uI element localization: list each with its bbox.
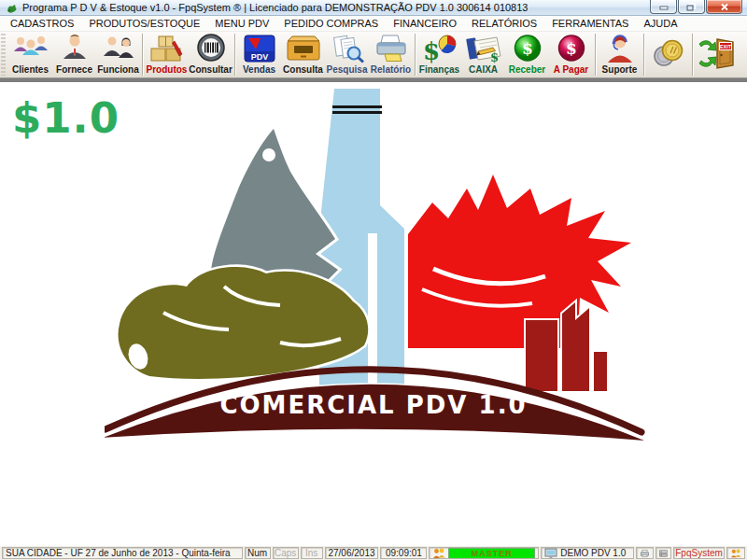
toolbar-button-exit[interactable]: EXIT	[695, 32, 739, 76]
status-location-panel: SUA CIDADE - UF 27 de Junho de 2013 - Qu…	[2, 547, 243, 559]
toolbar-gripper	[1, 34, 6, 76]
toolbar-button-suporte[interactable]: Suporte	[598, 32, 641, 76]
menu-item-financeiro[interactable]: FINANCEIRO	[386, 16, 464, 31]
toolbar-label: CAIXA	[469, 64, 498, 75]
status-location-text: SUA CIDADE - UF 27 de Junho de 2013 - Qu…	[6, 548, 231, 558]
menu-item-relatorios[interactable]: RELATÓRIOS	[464, 16, 544, 31]
restore-icon	[686, 3, 697, 11]
toolbar-button-pesquisa[interactable]: Pesquisa	[325, 32, 369, 76]
receive-money-icon: $	[509, 34, 546, 64]
toolbar-separator	[692, 34, 693, 76]
svg-text:$: $	[490, 50, 499, 64]
menu-item-pedido-compras[interactable]: PEDIDO COMPRAS	[276, 16, 386, 31]
toolbar-button-fornece[interactable]: Fornece	[52, 32, 96, 76]
printer-icon	[640, 548, 650, 559]
toolbar-label: Clientes	[12, 64, 49, 75]
svg-text:EXIT: EXIT	[719, 44, 731, 49]
svg-text:PDV: PDV	[250, 52, 268, 62]
svg-text:$: $	[423, 37, 440, 64]
window-title: Programa P D V & Estoque v1.0 - FpqSyste…	[22, 2, 528, 13]
svg-text:$: $	[566, 39, 577, 58]
toolbar-label: Relatório	[371, 64, 411, 75]
status-ins-indicator: Ins	[301, 547, 323, 559]
toolbar-label: Consultar	[189, 64, 233, 75]
close-icon	[720, 3, 729, 11]
employees-icon	[100, 34, 137, 64]
cashbook-icon: $	[465, 34, 502, 64]
toolbar-separator	[234, 34, 235, 76]
status-brand-panel: FpqSystem	[673, 547, 725, 559]
explosion-shape	[408, 175, 631, 348]
comercial-pdv-logo: COMERCIAL PDV 1.0	[105, 84, 646, 450]
search-docs-icon	[329, 34, 366, 64]
menu-item-produtos-estoque[interactable]: PRODUTOS/ESTOQUE	[81, 16, 207, 31]
toolbar-label: Fornece	[56, 64, 92, 75]
app-icon	[6, 2, 18, 14]
menu-item-ferramentas[interactable]: FERRAMENTAS	[544, 16, 636, 31]
toolbar-separator	[595, 34, 596, 76]
status-user-panel: MASTER	[429, 547, 539, 559]
network-icon	[659, 548, 668, 559]
toolbar-label: Receber	[509, 64, 545, 75]
minimize-icon	[659, 3, 669, 10]
coins-icon	[650, 36, 687, 70]
toolbar-button-financas[interactable]: $ Finanças	[417, 32, 461, 76]
toolbar-button-consulta[interactable]: Consulta	[281, 32, 325, 76]
toolbar-button-funciona[interactable]: Funciona	[96, 32, 140, 76]
menu-item-menu-pdv[interactable]: MENU PDV	[207, 16, 276, 31]
toolbar-button-vendas[interactable]: PDV Vendas	[237, 32, 281, 76]
status-station-text: DEMO PDV 1.0	[560, 548, 626, 558]
toolbar-button-caixa[interactable]: $ CAIXA	[461, 32, 505, 76]
toolbar-label: Funciona	[97, 64, 138, 75]
toolbar-separator	[643, 34, 644, 76]
status-time-panel: 09:09:01	[380, 547, 427, 559]
main-content: $1.0	[0, 82, 747, 545]
menu-item-ajuda[interactable]: AJUDA	[636, 16, 684, 31]
supplier-icon	[56, 34, 93, 64]
users-icon	[432, 548, 445, 559]
status-bar: SUA CIDADE - UF 27 de Junho de 2013 - Qu…	[0, 545, 747, 560]
status-user-text: MASTER	[472, 549, 513, 558]
toolbar-label: Vendas	[243, 64, 275, 75]
restore-button[interactable]	[678, 0, 705, 14]
minimize-button[interactable]	[650, 0, 677, 14]
toolbar-label: Produtos	[147, 64, 188, 75]
version-badge: $1.0	[12, 93, 120, 143]
app-window: Programa P D V & Estoque v1.0 - FpqSyste…	[0, 0, 747, 560]
svg-text:$: $	[522, 39, 533, 58]
barcode-icon	[192, 34, 230, 64]
toolbar-label: Finanças	[419, 64, 459, 75]
toolbar-button-receber[interactable]: $ Receber	[505, 32, 549, 76]
workstation-icon	[544, 548, 557, 559]
status-users-panel	[726, 547, 745, 559]
status-network-panel	[655, 547, 671, 559]
status-brand-text: FpqSystem	[675, 548, 723, 558]
toolbar-button-relatorio[interactable]: Relatório	[369, 32, 413, 76]
toolbar-button-consultar[interactable]: Consultar	[189, 32, 233, 76]
close-button[interactable]	[706, 0, 742, 14]
status-num-indicator: Num	[245, 547, 271, 559]
status-user-box: MASTER	[448, 548, 535, 559]
toolbar: Clientes Fornece Funciona	[0, 32, 747, 77]
status-date-panel: 27/06/2013	[325, 547, 379, 559]
printer-report-icon	[373, 34, 410, 64]
toolbar-separator	[415, 34, 416, 76]
pdv-sales-icon: PDV	[241, 34, 278, 64]
status-printer-panel	[636, 547, 654, 559]
title-bar: Programa P D V & Estoque v1.0 - FpqSyste…	[0, 0, 747, 16]
toolbar-button-moedas[interactable]	[646, 32, 690, 76]
toolbar-separator	[142, 34, 143, 76]
olive-roast-shape	[119, 267, 369, 379]
exit-door-icon: EXIT	[698, 36, 737, 70]
toolbar-button-clientes[interactable]: Clientes	[8, 32, 52, 76]
customers-icon	[12, 34, 49, 64]
menu-bar: CADASTROS PRODUTOS/ESTOQUE MENU PDV PEDI…	[0, 16, 747, 32]
toolbar-label: A Pagar	[554, 64, 588, 75]
drawer-icon	[285, 34, 322, 64]
support-icon	[601, 34, 639, 64]
menu-item-cadastros[interactable]: CADASTROS	[3, 16, 81, 31]
toolbar-button-a-pagar[interactable]: $ A Pagar	[549, 32, 593, 76]
products-boxes-icon	[148, 34, 186, 64]
status-caps-indicator: Caps	[273, 547, 299, 559]
toolbar-button-produtos[interactable]: Produtos	[145, 32, 189, 76]
